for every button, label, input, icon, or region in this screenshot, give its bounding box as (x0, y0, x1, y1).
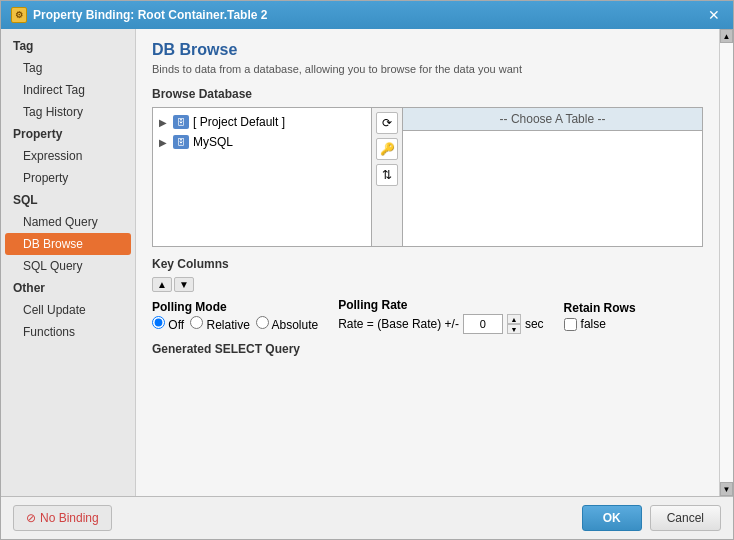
db-icon-2: 🗄 (173, 135, 189, 149)
rate-group: Rate = (Base Rate) +/- ▲ ▼ sec (338, 314, 543, 334)
sidebar-item-expression[interactable]: Expression (1, 145, 135, 167)
collapse-up-btn[interactable]: ▲ (152, 277, 172, 292)
retain-value: false (581, 317, 606, 331)
polling-mode-group: Polling Mode Off Relative (152, 300, 318, 332)
retain-row: false (564, 317, 636, 331)
tree-arrow-2: ▶ (159, 137, 169, 148)
browse-toolbar: ⟳ 🔑 ⇅ (372, 107, 402, 247)
polling-mode-radios: Off Relative Absolute (152, 316, 318, 332)
dialog-footer: ⊘ No Binding OK Cancel (1, 496, 733, 539)
key-columns-label: Key Columns (152, 257, 703, 271)
sidebar: Tag Tag Indirect Tag Tag History Propert… (1, 29, 136, 496)
scroll-down-btn[interactable]: ▼ (720, 482, 733, 496)
tree-item-label-2: MySQL (193, 135, 233, 149)
dialog-title: Property Binding: Root Container.Table 2 (33, 8, 267, 22)
retain-rows-group: Retain Rows false (564, 301, 636, 331)
sidebar-item-sql-query[interactable]: SQL Query (1, 255, 135, 277)
title-icon: ⚙ (11, 7, 27, 23)
rate-unit: sec (525, 317, 544, 331)
main-content: DB Browse Binds to data from a database,… (136, 29, 719, 496)
radio-relative-label[interactable]: Relative (190, 316, 250, 332)
toolbar-btn-refresh[interactable]: ⟳ (376, 112, 398, 134)
radio-off-label[interactable]: Off (152, 316, 184, 332)
radio-relative[interactable] (190, 316, 203, 329)
sidebar-item-indirect-tag[interactable]: Indirect Tag (1, 79, 135, 101)
no-binding-label: No Binding (40, 511, 99, 525)
polling-row: Polling Mode Off Relative (152, 298, 703, 334)
polling-rate-group: Polling Rate Rate = (Base Rate) +/- ▲ ▼ … (338, 298, 543, 334)
title-bar: ⚙ Property Binding: Root Container.Table… (1, 1, 733, 29)
rate-formula: Rate = (Base Rate) +/- (338, 317, 459, 331)
sidebar-section-tag: Tag (1, 35, 135, 57)
sidebar-item-tag-history[interactable]: Tag History (1, 101, 135, 123)
rate-input[interactable] (463, 314, 503, 334)
retain-checkbox[interactable] (564, 318, 577, 331)
section-title: DB Browse (152, 41, 703, 59)
sidebar-section-other: Other (1, 277, 135, 299)
ok-button[interactable]: OK (582, 505, 642, 531)
collapse-arrows: ▲ ▼ (152, 277, 703, 292)
close-button[interactable]: ✕ (705, 6, 723, 24)
browse-label: Browse Database (152, 87, 703, 101)
sidebar-item-cell-update[interactable]: Cell Update (1, 299, 135, 321)
toolbar-btn-key[interactable]: 🔑 (376, 138, 398, 160)
scroll-track (720, 43, 733, 482)
radio-absolute[interactable] (256, 316, 269, 329)
content-area: DB Browse Binds to data from a database,… (136, 29, 719, 496)
right-scrollbar[interactable]: ▲ ▼ (719, 29, 733, 496)
tree-item-project-default[interactable]: ▶ 🗄 [ Project Default ] (157, 112, 367, 132)
generated-query-label: Generated SELECT Query (152, 342, 703, 356)
radio-off[interactable] (152, 316, 165, 329)
polling-mode-label: Polling Mode (152, 300, 318, 314)
footer-right: OK Cancel (582, 505, 721, 531)
title-bar-left: ⚙ Property Binding: Root Container.Table… (11, 7, 267, 23)
radio-absolute-label[interactable]: Absolute (256, 316, 318, 332)
scroll-up-btn[interactable]: ▲ (720, 29, 733, 43)
toolbar-btn-sort[interactable]: ⇅ (376, 164, 398, 186)
polling-rate-label: Polling Rate (338, 298, 543, 312)
db-icon-1: 🗄 (173, 115, 189, 129)
browse-area: ▶ 🗄 [ Project Default ] ▶ 🗄 MySQL (152, 107, 703, 247)
tree-panel[interactable]: ▶ 🗄 [ Project Default ] ▶ 🗄 MySQL (152, 107, 372, 247)
no-binding-button[interactable]: ⊘ No Binding (13, 505, 112, 531)
spin-up[interactable]: ▲ (507, 314, 521, 324)
table-header: -- Choose A Table -- (403, 108, 702, 131)
spin-buttons: ▲ ▼ (507, 314, 521, 334)
sidebar-section-property: Property (1, 123, 135, 145)
dialog-window: ⚙ Property Binding: Root Container.Table… (0, 0, 734, 540)
tree-item-mysql[interactable]: ▶ 🗄 MySQL (157, 132, 367, 152)
sidebar-item-db-browse[interactable]: DB Browse (5, 233, 131, 255)
sidebar-item-functions[interactable]: Functions (1, 321, 135, 343)
sidebar-item-named-query[interactable]: Named Query (1, 211, 135, 233)
sidebar-section-sql: SQL (1, 189, 135, 211)
dialog-body: Tag Tag Indirect Tag Tag History Propert… (1, 29, 733, 496)
sidebar-item-property[interactable]: Property (1, 167, 135, 189)
main-scroll-area: DB Browse Binds to data from a database,… (136, 29, 733, 496)
cancel-button[interactable]: Cancel (650, 505, 721, 531)
polling-area: ▲ ▼ Polling Mode Off (152, 277, 703, 484)
table-panel: -- Choose A Table -- (402, 107, 703, 247)
tree-arrow-1: ▶ (159, 117, 169, 128)
tree-item-label-1: [ Project Default ] (193, 115, 285, 129)
retain-rows-label: Retain Rows (564, 301, 636, 315)
spin-down[interactable]: ▼ (507, 324, 521, 334)
no-binding-icon: ⊘ (26, 511, 36, 525)
collapse-down-btn[interactable]: ▼ (174, 277, 194, 292)
sidebar-item-tag[interactable]: Tag (1, 57, 135, 79)
section-description: Binds to data from a database, allowing … (152, 63, 703, 75)
